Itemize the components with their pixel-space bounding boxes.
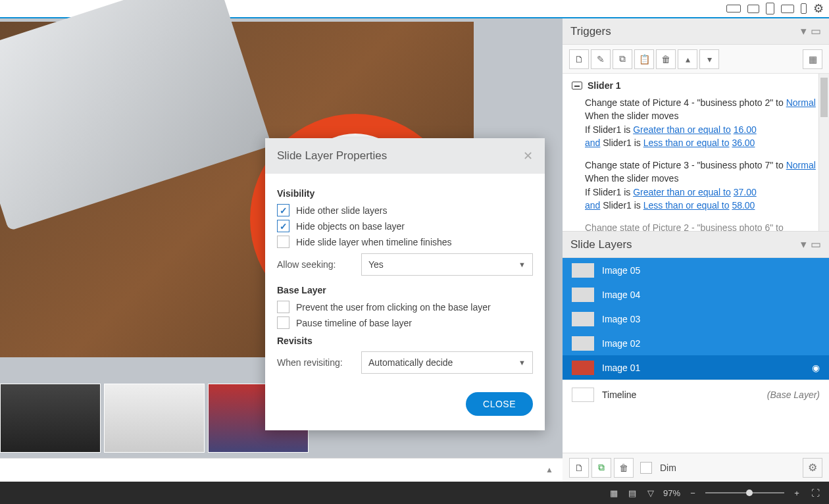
triggers-list: Slider 1 Change state of Picture 4 - "bu… — [563, 74, 829, 232]
checkbox-unchecked-icon[interactable]: ✓ — [277, 316, 289, 329]
state-link[interactable]: Normal — [786, 97, 816, 108]
trigger-item-1[interactable]: Change state of Picture 4 - "business ph… — [585, 96, 820, 149]
settings-gear-icon[interactable]: ⚙ — [813, 1, 824, 16]
move-down-button[interactable]: ▾ — [699, 49, 719, 69]
zoom-slider[interactable] — [705, 492, 784, 493]
state-link[interactable]: Normal — [786, 160, 816, 170]
value-link[interactable]: 16.00 — [734, 124, 757, 135]
delete-trigger-button[interactable]: 🗑 — [656, 49, 676, 69]
and-link[interactable]: and — [585, 200, 600, 211]
operator-link[interactable]: Less than or equal to — [643, 138, 730, 148]
layer-row[interactable]: Image 05 — [563, 258, 829, 282]
operator-link[interactable]: Greater than or equal to — [633, 187, 731, 197]
panel-menu-icon[interactable]: ▾ — [801, 238, 807, 251]
status-bar: ▦ ▤ ▽ 97% − + ⛶ — [0, 482, 829, 504]
panel-window-icon[interactable]: ▭ — [811, 24, 821, 38]
checkbox-checked-icon[interactable]: ✓ — [277, 204, 289, 216]
when-revisiting-dropdown[interactable]: Automatically decide ▼ — [361, 351, 533, 374]
layer-row[interactable]: Image 02 — [563, 331, 829, 355]
prevent-click-base-option[interactable]: ✓ Prevent the user from clicking on the … — [277, 301, 533, 313]
operator-link[interactable]: Greater than or equal to — [633, 124, 731, 135]
chevron-down-icon: ▼ — [518, 359, 526, 366]
slider-thumb-2[interactable] — [104, 384, 205, 453]
expand-chevron-icon[interactable]: ▲ — [545, 465, 553, 474]
and-link[interactable]: and — [585, 138, 600, 148]
base-layer-row[interactable]: Timeline (Base Layer) — [563, 380, 829, 409]
value-link[interactable]: 58.00 — [732, 200, 755, 211]
operator-link[interactable]: Less than or equal to — [643, 200, 730, 211]
trigger-item-3[interactable]: Change state of Picture 2 - "business ph… — [585, 221, 820, 232]
base-layer-section-label: Base Layer — [277, 285, 533, 295]
slider-thumbnail-row — [0, 384, 309, 453]
hide-base-objects-option[interactable]: ✓ Hide objects on base layer — [277, 220, 533, 232]
hide-other-layers-option[interactable]: ✓ Hide other slide layers — [277, 204, 533, 216]
slide-layers-title: Slide Layers — [570, 238, 632, 251]
layer-properties-button[interactable]: ⚙ — [803, 458, 822, 478]
close-button[interactable]: CLOSE — [466, 392, 533, 416]
variables-button[interactable]: ▦ — [803, 49, 822, 69]
revisits-section-label: Revisits — [277, 336, 533, 346]
slider-thumb-1[interactable] — [0, 384, 101, 453]
triggers-panel-header: Triggers ▾ ▭ — [563, 18, 829, 45]
value-link[interactable]: 37.00 — [734, 187, 757, 197]
dim-label: Dim — [660, 463, 676, 473]
checkbox-unchecked-icon[interactable]: ✓ — [277, 301, 289, 313]
layer-row[interactable]: Image 03 — [563, 307, 829, 331]
dialog-title: Slide Layer Properties — [277, 149, 387, 163]
new-layer-button[interactable]: 🗋 — [569, 458, 589, 478]
delete-layer-button[interactable]: 🗑 — [614, 458, 634, 478]
grid-view-icon[interactable]: ▦ — [608, 487, 620, 499]
canvas-footer: ▲ — [0, 458, 563, 482]
copy-trigger-button[interactable]: ⧉ — [613, 49, 632, 69]
close-icon[interactable]: ✕ — [523, 149, 533, 163]
allow-seeking-dropdown[interactable]: Yes ▼ — [361, 253, 533, 276]
trigger-item-2[interactable]: Change state of Picture 3 - "business ph… — [585, 159, 820, 212]
preview-icon[interactable]: ▽ — [645, 487, 657, 499]
laptop-graphic — [0, 0, 272, 231]
zoom-in-button[interactable]: + — [791, 487, 803, 499]
when-revisiting-label: When revisiting: — [277, 357, 351, 368]
layer-row[interactable]: Image 04 — [563, 282, 829, 307]
triggers-scrollbar[interactable] — [818, 74, 829, 231]
edit-trigger-button[interactable]: ✎ — [591, 49, 611, 69]
fit-screen-icon[interactable]: ⛶ — [809, 487, 821, 499]
trigger-group-title: Slider 1 — [588, 80, 621, 91]
slide-layers-list: Image 05 Image 04 Image 03 Image 02 Imag… — [563, 258, 829, 453]
dialog-header: Slide Layer Properties ✕ — [265, 138, 545, 174]
duplicate-layer-button[interactable]: ⧉ — [591, 458, 611, 478]
visibility-eye-icon[interactable]: ◉ — [812, 363, 820, 373]
panel-window-icon[interactable]: ▭ — [811, 238, 821, 251]
tablet-landscape-icon[interactable] — [766, 3, 774, 14]
tablet-portrait-icon[interactable] — [781, 5, 794, 13]
laptop-icon[interactable] — [747, 5, 759, 13]
hide-when-timeline-finishes-option[interactable]: ✓ Hide slide layer when timeline finishe… — [277, 236, 533, 248]
dim-checkbox[interactable] — [640, 462, 652, 474]
slide-layers-panel-header: Slide Layers ▾ ▭ — [563, 232, 829, 258]
paste-trigger-button[interactable]: 📋 — [634, 49, 654, 69]
triggers-toolbar: 🗋 ✎ ⧉ 📋 🗑 ▴ ▾ ▦ — [563, 45, 829, 74]
checkbox-checked-icon[interactable]: ✓ — [277, 220, 289, 232]
zoom-out-button[interactable]: − — [687, 487, 699, 499]
move-up-button[interactable]: ▴ — [678, 49, 697, 69]
visibility-section-label: Visibility — [277, 188, 533, 199]
new-trigger-button[interactable]: 🗋 — [569, 49, 589, 69]
allow-seeking-label: Allow seeking: — [277, 259, 351, 270]
chevron-down-icon: ▼ — [518, 261, 526, 268]
phone-icon[interactable] — [801, 3, 807, 14]
triggers-title: Triggers — [570, 25, 611, 38]
zoom-value: 97% — [663, 488, 680, 498]
slide-layer-properties-dialog: Slide Layer Properties ✕ Visibility ✓ Hi… — [265, 138, 545, 430]
pause-base-timeline-option[interactable]: ✓ Pause timeline of base layer — [277, 316, 533, 329]
value-link[interactable]: 36.00 — [732, 138, 755, 148]
checkbox-unchecked-icon[interactable]: ✓ — [277, 236, 289, 248]
layers-footer: 🗋 ⧉ 🗑 Dim ⚙ — [563, 453, 829, 482]
list-view-icon[interactable]: ▤ — [626, 487, 638, 499]
desktop-icon[interactable] — [726, 5, 741, 13]
slider-object-icon — [572, 82, 582, 89]
panel-menu-icon[interactable]: ▾ — [801, 24, 807, 38]
layer-row-selected[interactable]: Image 01◉ — [563, 355, 829, 380]
